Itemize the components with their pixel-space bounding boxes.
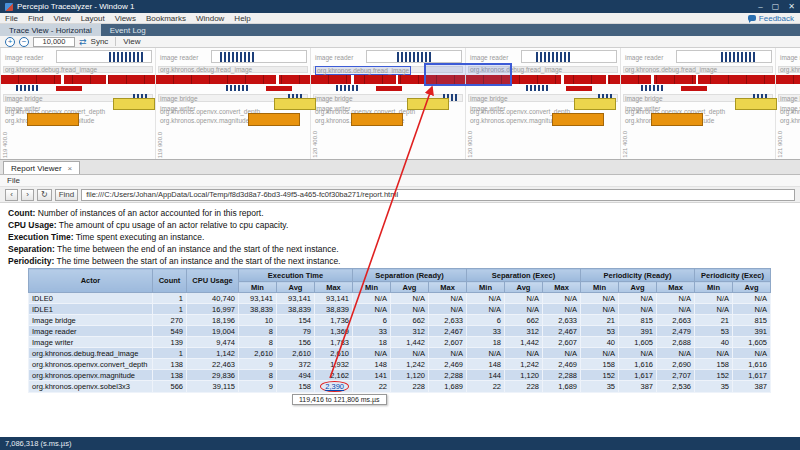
back-button[interactable]: ‹ (5, 189, 18, 201)
column-header[interactable]: CPU Usage (187, 269, 239, 293)
event-ticks-icon[interactable] (226, 85, 248, 91)
sub-header[interactable]: Max (429, 282, 467, 293)
table-row[interactable]: IDLE0140,74093,14193,14193,141N/AN/AN/AN… (29, 293, 771, 304)
report-menu-file[interactable]: File (7, 176, 20, 185)
table-row[interactable]: org.khronos.openvx.convert_depth13822,46… (29, 359, 771, 370)
sub-header[interactable]: Max (657, 282, 695, 293)
event-ticks-icon[interactable] (336, 85, 358, 91)
sync-arrows-icon[interactable]: ⇄ (79, 37, 87, 47)
definition-line: CPU Usage: The amount of cpu usage of an… (8, 220, 340, 232)
exec-max-link[interactable]: 2,390 (320, 381, 349, 392)
group-header[interactable]: Periodicity (Exec) (695, 269, 771, 282)
trace-section-5[interactable]: image readerorg.khronos.debug.fread_imag… (620, 48, 775, 160)
menu-bookmarks[interactable]: Bookmarks (146, 14, 186, 23)
menu-layout[interactable]: Layout (81, 14, 105, 23)
group-header[interactable]: Execution Time (239, 269, 353, 282)
trace-section-1[interactable]: image readerorg.khronos.debug.fread_imag… (0, 48, 155, 160)
trace-view[interactable]: image readerorg.khronos.debug.fread_imag… (0, 48, 800, 160)
sobel-exec-bar[interactable] (621, 75, 776, 84)
zoom-out-icon[interactable]: − (19, 37, 29, 47)
convert-depth-exec-bar[interactable] (735, 98, 777, 110)
event-ticks-icon[interactable] (641, 85, 663, 91)
sub-header[interactable]: Min (467, 282, 505, 293)
find-button[interactable]: Find (55, 189, 79, 201)
table-row[interactable]: org.khronos.openvx.sobel3x356639,1159158… (29, 381, 771, 393)
table-row[interactable]: org.khronos.openvx.magnitude13829,836849… (29, 370, 771, 381)
value-cell: N/A (505, 293, 543, 304)
sync-label[interactable]: Sync (91, 37, 109, 46)
menu-view[interactable]: View (53, 14, 70, 23)
menu-file[interactable]: File (5, 14, 18, 23)
sub-header[interactable]: Max (543, 282, 581, 293)
group-header[interactable]: Separation (Ready) (353, 269, 467, 282)
convert-depth-exec-bar[interactable] (407, 98, 449, 110)
convert-depth-exec-bar[interactable] (274, 98, 316, 110)
actor-cell: Image reader (29, 326, 153, 337)
sub-header[interactable]: Avg (391, 282, 429, 293)
table-row[interactable]: Image writer1399,47481561,783181,4422,60… (29, 337, 771, 348)
value-cell: 2,469 (543, 359, 581, 370)
table-row[interactable]: Image reader54919,0048791,369333122,4673… (29, 326, 771, 337)
column-header[interactable]: Count (153, 269, 187, 293)
magnitude-exec-bar[interactable] (552, 113, 604, 126)
convert-depth-exec-bar[interactable] (574, 98, 616, 110)
menu-window[interactable]: Window (196, 14, 224, 23)
table-row[interactable]: Image bridge27018,196101541,73666622,633… (29, 315, 771, 326)
zoom-in-icon[interactable]: + (5, 37, 15, 47)
sub-header[interactable]: Min (239, 282, 277, 293)
sub-header[interactable]: Avg (277, 282, 315, 293)
event-ticks-icon[interactable] (16, 85, 38, 91)
magnitude-exec-bar[interactable] (27, 113, 79, 126)
menu-help[interactable]: Help (234, 14, 250, 23)
exec-segment[interactable] (566, 86, 592, 91)
sub-header[interactable]: Min (353, 282, 391, 293)
exec-segment[interactable] (376, 86, 402, 91)
sub-header[interactable]: Avg (619, 282, 657, 293)
sub-header[interactable]: Min (695, 282, 733, 293)
exec-segment[interactable] (266, 86, 292, 91)
magnitude-exec-bar[interactable] (351, 113, 403, 126)
group-header[interactable]: Separation (Exec) (467, 269, 581, 282)
convert-depth-exec-bar[interactable] (113, 98, 155, 110)
trace-selection-box[interactable] (424, 63, 512, 86)
sub-header[interactable]: Min (581, 282, 619, 293)
exec-segment[interactable] (56, 86, 82, 91)
table-row[interactable]: org.khronos.debug.fread_image11,1422,610… (29, 348, 771, 359)
group-header[interactable]: Periodicity (Ready) (581, 269, 695, 282)
table-row[interactable]: IDLE1116,99738,83938,83938,839N/AN/AN/AN… (29, 304, 771, 315)
refresh-button[interactable]: ↻ (37, 189, 52, 201)
tab-report-viewer[interactable]: Report Viewer × (3, 161, 80, 174)
event-ticks-icon[interactable] (721, 52, 755, 62)
column-header[interactable]: Actor (29, 269, 153, 293)
tab-event-log[interactable]: Event Log (101, 24, 155, 36)
exec-segment[interactable] (681, 86, 707, 91)
sub-header[interactable]: Avg (733, 282, 771, 293)
sub-header[interactable]: Avg (505, 282, 543, 293)
close-button[interactable]: ✕ (788, 2, 795, 11)
menu-views[interactable]: Views (115, 14, 136, 23)
view-dropdown[interactable]: View (123, 37, 140, 46)
menu-find[interactable]: Find (28, 14, 44, 23)
magnitude-exec-bar[interactable] (651, 113, 703, 126)
zoom-value-field[interactable]: 10,000 (33, 37, 75, 47)
report-tab-close-icon[interactable]: × (68, 164, 73, 173)
event-ticks-icon[interactable] (220, 52, 254, 62)
feedback-button[interactable]: Feedback (748, 14, 794, 23)
event-ticks-icon[interactable] (397, 52, 431, 62)
minimize-button[interactable]: – (758, 2, 762, 11)
magnitude-exec-bar[interactable] (248, 113, 300, 126)
value-cell: 93,141 (239, 293, 277, 304)
tab-trace-view-horizontal[interactable]: Trace View - Horizontal (0, 24, 101, 36)
sub-header[interactable]: Max (315, 282, 353, 293)
sobel-exec-bar[interactable] (776, 75, 800, 84)
maximize-button[interactable]: ▢ (772, 2, 780, 11)
forward-button[interactable]: › (21, 189, 34, 201)
event-ticks-icon[interactable] (536, 52, 570, 62)
event-ticks-icon[interactable] (109, 52, 143, 62)
sobel-exec-bar[interactable] (156, 75, 311, 84)
event-ticks-icon[interactable] (526, 85, 548, 91)
url-field[interactable]: file:///C:/Users/Johan/AppData/Local/Tem… (81, 189, 795, 201)
trace-section-6[interactable]: image readerorg.khronos.debug.fread_imag… (775, 48, 800, 160)
sobel-exec-bar[interactable] (1, 75, 156, 84)
trace-section-2[interactable]: image readerorg.khronos.debug.fread_imag… (155, 48, 310, 160)
